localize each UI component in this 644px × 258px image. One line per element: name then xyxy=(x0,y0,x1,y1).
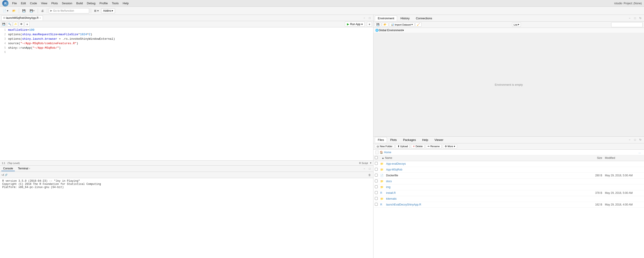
editor-tab-file[interactable]: R launchMSqRobShinyApp.R × xyxy=(1,15,43,20)
ed-search-btn[interactable]: 🔍 xyxy=(7,22,12,27)
terminal-close[interactable]: × xyxy=(29,167,30,170)
name-kitematic[interactable]: kitematic xyxy=(385,197,586,200)
home-check[interactable] xyxy=(375,150,379,154)
name-app-evaldecoys[interactable]: App-evalDecoys xyxy=(385,162,586,165)
ed-lint-btn[interactable]: ≡ xyxy=(25,22,30,27)
new-folder-label: New Folder xyxy=(380,145,392,148)
tab-close-btn[interactable]: × xyxy=(40,17,41,19)
editor-panel-controls: − □ xyxy=(362,16,372,20)
goto-file-input[interactable]: ▶ Go to file/function xyxy=(49,8,89,13)
header-name[interactable]: ▲ Name xyxy=(380,156,586,159)
menu-build[interactable]: Build xyxy=(74,1,85,5)
console-tab-console[interactable]: Console xyxy=(1,166,15,171)
ed-save-btn[interactable]: 💾 xyxy=(1,22,6,27)
check-img[interactable] xyxy=(375,185,378,188)
files-tab-packages[interactable]: Packages xyxy=(400,137,419,142)
name-install-r[interactable]: install.R xyxy=(385,191,586,195)
console-path: ~/ xyxy=(1,173,4,177)
select-all-check[interactable] xyxy=(375,156,378,159)
menu-session[interactable]: Session xyxy=(60,1,74,5)
run-app-btn[interactable]: ▶ Run App ▾ xyxy=(345,21,365,27)
env-clear-btn[interactable]: 🧹 xyxy=(415,22,422,27)
check-install-r[interactable] xyxy=(375,191,378,194)
name-img[interactable]: img xyxy=(385,186,586,189)
files-tab-files[interactable]: Files xyxy=(375,137,387,142)
env-load-btn[interactable]: 📂 xyxy=(382,22,388,27)
home-label[interactable]: Home xyxy=(384,151,391,154)
check-launch-evaldecoy[interactable] xyxy=(375,203,378,206)
editor-maximize-btn[interactable]: □ xyxy=(368,16,372,20)
toolbar-sep-4 xyxy=(91,8,91,13)
ed-extra-btn[interactable]: ≡ xyxy=(367,22,372,27)
save-all-btn[interactable]: 💾+ xyxy=(28,8,36,13)
menu-code[interactable]: Code xyxy=(28,1,39,5)
rename-icon: ✏ xyxy=(428,145,430,148)
console-line-2: Copyright (C) 2018 The R Foundation for … xyxy=(2,183,371,186)
files-refresh-btn[interactable]: ↻ xyxy=(638,137,643,142)
name-dockerfile[interactable]: Dockerfile xyxy=(385,174,586,177)
name-docs[interactable]: docs xyxy=(385,180,586,183)
check-app-msqrob[interactable] xyxy=(375,168,378,171)
env-refresh-btn[interactable]: ↻ xyxy=(638,16,643,20)
upload-btn[interactable]: ⬆ Upload xyxy=(396,144,410,148)
menu-file[interactable]: File xyxy=(10,1,19,5)
files-tabs: Files Plots Packages Help Viewer − □ ↻ xyxy=(374,137,644,143)
menu-view[interactable]: View xyxy=(39,1,49,5)
open-file-btn[interactable]: 📂 xyxy=(11,8,17,13)
left-panel: R launchMSqRobShinyApp.R × − □ 💾 🔍 ✨ ⚙ ≡… xyxy=(0,15,374,258)
menu-help[interactable]: Help xyxy=(121,1,130,5)
list-btn[interactable]: List ▾ xyxy=(512,22,521,27)
env-maximize-btn[interactable]: □ xyxy=(633,16,637,20)
print-btn[interactable]: 🖨 xyxy=(40,8,46,13)
global-env-label: Global Environment xyxy=(379,29,402,32)
menu-profile[interactable]: Profile xyxy=(98,1,110,5)
ed-wand-btn[interactable]: ✨ xyxy=(13,22,18,27)
ed-compile-btn[interactable]: ⚙ xyxy=(19,22,24,27)
console-maximize-btn[interactable]: □ xyxy=(368,166,372,171)
console-minimize-btn[interactable]: − xyxy=(362,166,366,171)
home-path-bar: 🏠 Home … xyxy=(374,150,644,155)
modified-launch-evaldecoy: May 29, 2018, 4:00 AM xyxy=(604,203,644,206)
files-tab-viewer[interactable]: Viewer xyxy=(432,137,446,142)
console-clear-btn[interactable]: 🗑 xyxy=(368,173,372,177)
addins-btn[interactable]: Addins ▾ xyxy=(101,8,115,13)
layout-btn[interactable]: ⊞ ▾ xyxy=(92,8,100,13)
files-minimize-btn[interactable]: − xyxy=(627,137,632,142)
import-dataset-btn[interactable]: 📊 Import Dataset ▾ xyxy=(389,22,414,27)
menu-edit[interactable]: Edit xyxy=(19,1,28,5)
path-more-btn[interactable]: … xyxy=(637,150,642,154)
env-search-input[interactable] xyxy=(611,22,643,27)
env-tab-connections[interactable]: Connections xyxy=(413,15,435,21)
save-btn[interactable]: 💾 xyxy=(21,8,27,13)
files-tab-help[interactable]: Help xyxy=(419,137,431,142)
check-kitematic[interactable] xyxy=(375,197,378,200)
file-row-launch-evaldecoy: R launchEvalDecoyShinyApp.R 162 B May 29… xyxy=(374,202,644,208)
new-file-btn[interactable]: 📄 ▾ xyxy=(1,8,10,13)
toolbar-sep-2 xyxy=(38,8,38,13)
files-tab-plots[interactable]: Plots xyxy=(388,137,400,142)
menu-debug[interactable]: Debug xyxy=(85,1,97,5)
console-tab-terminal[interactable]: Terminal × xyxy=(16,166,32,171)
editor-tabs: R launchMSqRobShinyApp.R × − □ xyxy=(0,15,373,21)
env-tab-environment[interactable]: Environment xyxy=(375,15,397,21)
env-tab-history[interactable]: History xyxy=(398,15,412,21)
new-folder-btn[interactable]: 🗂 New Folder xyxy=(375,144,394,148)
menu-plots[interactable]: Plots xyxy=(50,1,60,5)
name-app-msqrob[interactable]: App-MSqRob xyxy=(385,168,586,171)
folder-icon-app-evaldecoys: 📁 xyxy=(380,162,385,165)
env-minimize-btn[interactable]: − xyxy=(627,16,632,20)
env-save-btn[interactable]: 💾 xyxy=(375,22,381,27)
global-env-chevron[interactable]: ▾ xyxy=(402,29,404,32)
files-maximize-btn[interactable]: □ xyxy=(633,137,637,142)
new-folder-icon: 🗂 xyxy=(376,145,379,148)
editor-minimize-btn[interactable]: − xyxy=(362,16,366,20)
check-docs[interactable] xyxy=(375,179,378,182)
name-launch-evaldecoy[interactable]: launchEvalDecoyShinyApp.R xyxy=(385,203,586,206)
check-app-evaldecoys[interactable] xyxy=(375,162,378,165)
delete-btn[interactable]: ✕ Delete xyxy=(411,144,424,148)
check-dockerfile[interactable] xyxy=(375,174,378,177)
rename-btn[interactable]: ✏ Rename xyxy=(426,144,442,148)
more-btn[interactable]: ⚙ More ▾ xyxy=(443,144,457,148)
import-dataset-label: Import Dataset xyxy=(394,23,411,26)
menu-tools[interactable]: Tools xyxy=(110,1,120,5)
